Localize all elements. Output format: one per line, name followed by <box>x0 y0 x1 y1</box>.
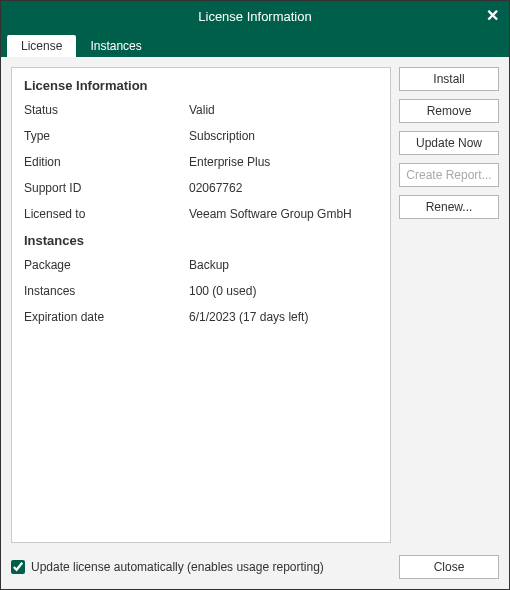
close-icon[interactable]: ✕ <box>486 8 499 24</box>
remove-button[interactable]: Remove <box>399 99 499 123</box>
tab-instances[interactable]: Instances <box>76 35 155 57</box>
install-button[interactable]: Install <box>399 67 499 91</box>
instances-section-heading: Instances <box>24 233 378 248</box>
window-title: License Information <box>198 9 311 24</box>
tab-license[interactable]: License <box>7 35 76 57</box>
status-label: Status <box>24 103 189 117</box>
licensed-to-label: Licensed to <box>24 207 189 221</box>
close-button[interactable]: Close <box>399 555 499 579</box>
edition-value: Enterprise Plus <box>189 155 378 169</box>
create-report-button: Create Report... <box>399 163 499 187</box>
status-value: Valid <box>189 103 378 117</box>
action-button-column: Install Remove Update Now Create Report.… <box>399 67 499 543</box>
row-status: Status Valid <box>24 103 378 117</box>
titlebar: License Information ✕ <box>1 1 509 31</box>
auto-update-checkbox-wrap[interactable]: Update license automatically (enables us… <box>11 560 324 574</box>
expiration-label: Expiration date <box>24 310 189 324</box>
footer: Update license automatically (enables us… <box>11 543 499 579</box>
support-id-label: Support ID <box>24 181 189 195</box>
type-label: Type <box>24 129 189 143</box>
row-instances: Instances 100 (0 used) <box>24 284 378 298</box>
info-panel: License Information Status Valid Type Su… <box>11 67 391 543</box>
licensed-to-value: Veeam Software Group GmbH <box>189 207 378 221</box>
dialog-body: License Information Status Valid Type Su… <box>1 57 509 589</box>
edition-label: Edition <box>24 155 189 169</box>
auto-update-label: Update license automatically (enables us… <box>31 560 324 574</box>
package-value: Backup <box>189 258 378 272</box>
expiration-value: 6/1/2023 (17 days left) <box>189 310 378 324</box>
upper-area: License Information Status Valid Type Su… <box>11 67 499 543</box>
row-expiration: Expiration date 6/1/2023 (17 days left) <box>24 310 378 324</box>
update-now-button[interactable]: Update Now <box>399 131 499 155</box>
row-edition: Edition Enterprise Plus <box>24 155 378 169</box>
row-package: Package Backup <box>24 258 378 272</box>
row-licensed-to: Licensed to Veeam Software Group GmbH <box>24 207 378 221</box>
row-type: Type Subscription <box>24 129 378 143</box>
instances-label: Instances <box>24 284 189 298</box>
instances-value: 100 (0 used) <box>189 284 378 298</box>
renew-button[interactable]: Renew... <box>399 195 499 219</box>
row-support-id: Support ID 02067762 <box>24 181 378 195</box>
auto-update-checkbox[interactable] <box>11 560 25 574</box>
license-information-window: License Information ✕ License Instances … <box>0 0 510 590</box>
package-label: Package <box>24 258 189 272</box>
type-value: Subscription <box>189 129 378 143</box>
support-id-value: 02067762 <box>189 181 378 195</box>
license-section-heading: License Information <box>24 78 378 93</box>
tab-bar: License Instances <box>1 31 509 57</box>
